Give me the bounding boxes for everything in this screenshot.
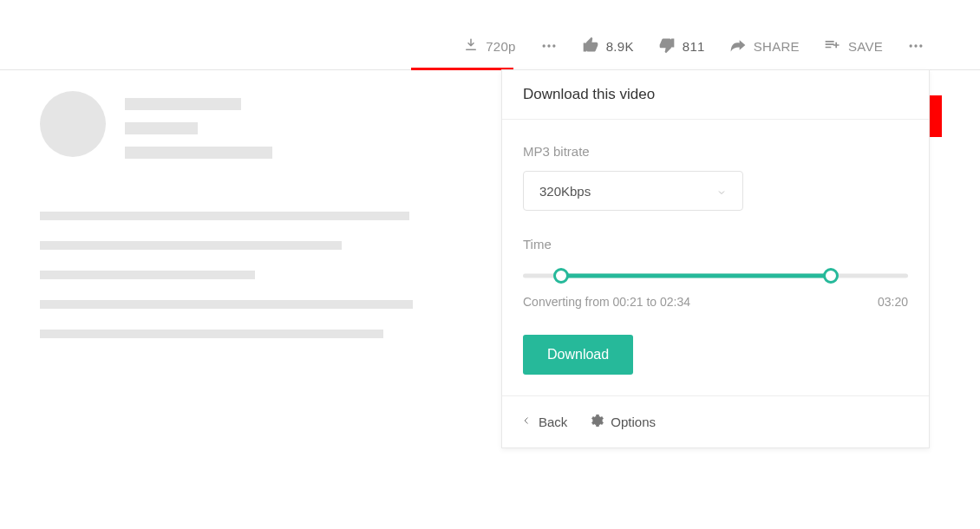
svg-point-3	[910, 44, 912, 47]
share-label: SHARE	[754, 39, 800, 54]
time-total: 03:20	[878, 295, 908, 309]
channel-header	[40, 91, 272, 159]
chevron-left-icon	[521, 415, 532, 429]
skeleton-line	[40, 212, 409, 220]
time-label: Time	[523, 237, 908, 251]
download-quality-button[interactable]: 720p	[451, 37, 528, 56]
description-skeleton	[40, 212, 413, 338]
download-more-icon[interactable]	[528, 37, 570, 55]
options-label: Options	[611, 415, 656, 429]
like-count: 8.9K	[606, 39, 634, 54]
panel-body: MP3 bitrate 320Kbps Time Converting from…	[502, 120, 929, 395]
slider-handle-start[interactable]	[553, 268, 569, 284]
skeleton-line	[40, 300, 413, 309]
slider-fill	[561, 274, 831, 278]
video-action-bar: 720p 8.9K 811 SHARE SAVE	[0, 33, 980, 59]
more-actions-icon[interactable]	[895, 37, 937, 55]
thumbs-up-icon	[582, 36, 599, 56]
quality-label: 720p	[486, 39, 516, 54]
time-slider[interactable]	[523, 267, 908, 284]
skeleton-line	[40, 330, 383, 338]
bitrate-value: 320Kbps	[539, 184, 591, 199]
playlist-add-icon	[824, 36, 841, 56]
share-icon	[729, 36, 747, 56]
save-label: SAVE	[848, 39, 883, 54]
time-range-text: Converting from 00:21 to 02:34	[523, 295, 690, 309]
bitrate-label: MP3 bitrate	[523, 144, 908, 159]
channel-title-skeleton	[125, 91, 272, 159]
share-button[interactable]: SHARE	[717, 36, 812, 56]
back-button[interactable]: Back	[521, 415, 567, 429]
svg-point-4	[914, 44, 917, 47]
chevron-down-icon	[716, 186, 727, 196]
time-readout: Converting from 00:21 to 02:34 03:20	[523, 295, 908, 309]
dislike-button[interactable]: 811	[646, 36, 717, 56]
skeleton-line	[125, 147, 272, 159]
panel-footer: Back Options	[502, 395, 929, 447]
options-button[interactable]: Options	[590, 414, 656, 430]
slider-handle-end[interactable]	[823, 268, 839, 284]
back-label: Back	[539, 415, 567, 429]
gear-icon	[590, 414, 604, 430]
thumbs-down-icon	[658, 36, 676, 56]
download-icon	[463, 37, 479, 56]
svg-point-5	[919, 44, 922, 47]
panel-title: Download this video	[502, 70, 929, 120]
skeleton-line	[40, 241, 342, 250]
download-panel: Download this video MP3 bitrate 320Kbps …	[501, 69, 930, 448]
active-tab-underline	[411, 68, 513, 70]
svg-point-0	[542, 44, 545, 47]
download-button[interactable]: Download	[523, 335, 633, 375]
like-button[interactable]: 8.9K	[570, 36, 646, 56]
svg-point-2	[552, 44, 555, 47]
skeleton-line	[125, 98, 241, 110]
bitrate-select[interactable]: 320Kbps	[523, 171, 743, 211]
dislike-count: 811	[683, 39, 705, 54]
skeleton-line	[40, 271, 255, 279]
avatar[interactable]	[40, 91, 106, 157]
save-button[interactable]: SAVE	[812, 36, 895, 56]
svg-point-1	[547, 44, 550, 47]
skeleton-line	[125, 122, 198, 134]
